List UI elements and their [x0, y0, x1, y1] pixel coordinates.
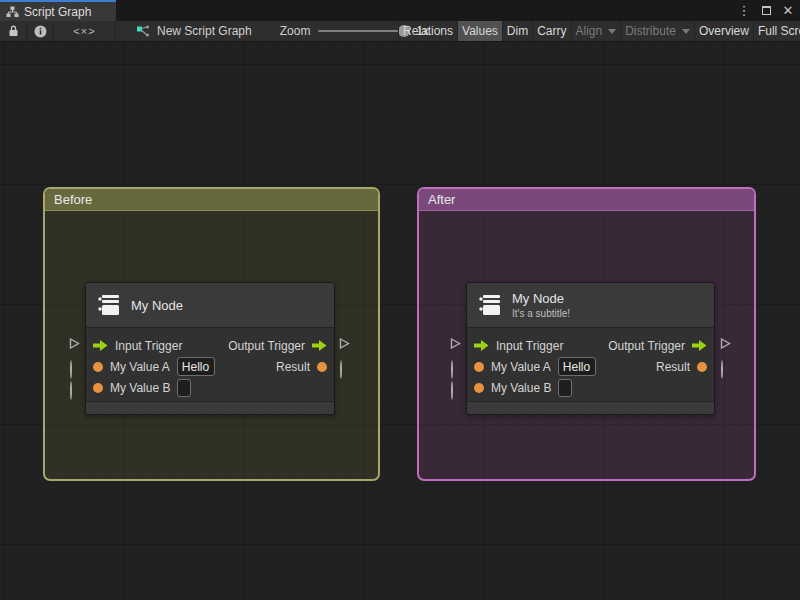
- info-icon[interactable]: [27, 21, 54, 41]
- value-port-icon[interactable]: [474, 362, 484, 372]
- external-value-port[interactable]: [451, 382, 462, 393]
- carry-button[interactable]: Carry: [533, 21, 571, 41]
- external-flow-output-port[interactable]: [720, 338, 731, 349]
- script-graph-window: Script Graph ⋮ ✕ <×>: [0, 0, 800, 600]
- node-title: My Node: [512, 291, 570, 306]
- external-value-port[interactable]: [70, 382, 81, 393]
- external-flow-input-port[interactable]: [450, 338, 461, 349]
- chevron-down-icon: [608, 29, 616, 34]
- node-title: My Node: [131, 298, 183, 313]
- relations-button[interactable]: Relations: [399, 21, 458, 41]
- output-trigger-label: Output Trigger: [608, 339, 685, 353]
- node-before[interactable]: My Node Input Trigger Output Trigger: [85, 282, 335, 415]
- zoom-slider[interactable]: [318, 30, 408, 32]
- value-b-label: My Value B: [110, 381, 170, 395]
- external-value-port[interactable]: [340, 361, 351, 372]
- value-b-input[interactable]: [177, 379, 191, 397]
- window-controls: ⋮ ✕: [736, 0, 796, 21]
- graph-title: New Script Graph: [136, 24, 252, 38]
- chevron-down-icon: [682, 29, 690, 34]
- input-trigger-label: Input Trigger: [496, 339, 563, 353]
- flow-input-icon[interactable]: [474, 340, 489, 351]
- external-flow-output-port[interactable]: [339, 338, 350, 349]
- value-b-label: My Value B: [491, 381, 551, 395]
- fullscreen-button[interactable]: Full Screen: [754, 21, 800, 41]
- value-port-icon[interactable]: [93, 383, 103, 393]
- external-value-port[interactable]: [70, 361, 81, 372]
- node-before-header[interactable]: My Node: [86, 283, 334, 328]
- value-port-icon[interactable]: [317, 362, 327, 372]
- value-a-input[interactable]: [177, 357, 215, 376]
- overview-button[interactable]: Overview: [695, 21, 754, 41]
- value-b-input[interactable]: [558, 379, 572, 397]
- port-row: My Value B: [467, 377, 714, 398]
- kebab-menu-icon[interactable]: ⋮: [736, 3, 752, 19]
- result-label: Result: [656, 360, 690, 374]
- node-after-header[interactable]: My Node It's a subtitle!: [467, 283, 714, 328]
- value-port-icon[interactable]: [697, 362, 707, 372]
- port-row: My Value A Result: [467, 356, 714, 377]
- graph-hierarchy-icon: [6, 6, 19, 18]
- dim-button[interactable]: Dim: [503, 21, 533, 41]
- value-a-input[interactable]: [558, 357, 596, 376]
- port-row: My Value B: [86, 377, 334, 398]
- external-flow-input-port[interactable]: [69, 338, 80, 349]
- maximize-icon[interactable]: [758, 3, 774, 19]
- port-row: My Value A Result: [86, 356, 334, 377]
- value-a-label: My Value A: [491, 360, 551, 374]
- values-button[interactable]: Values: [458, 21, 503, 41]
- unit-icon: [96, 292, 122, 318]
- port-row: Input Trigger Output Trigger: [86, 335, 334, 356]
- graph-canvas[interactable]: Before After: [0, 42, 800, 600]
- align-dropdown[interactable]: Align: [572, 21, 622, 41]
- toolbar-left: <×> New Script Graph Zoom 1x: [0, 21, 429, 41]
- unit-icon: [477, 292, 503, 318]
- tab-bar: Script Graph ⋮ ✕: [0, 0, 800, 21]
- zoom-label: Zoom: [280, 24, 311, 38]
- toolbar-right: Relations Values Dim Carry Align Distrib…: [398, 21, 800, 41]
- code-preview-icon[interactable]: <×>: [54, 21, 116, 41]
- group-before-label: Before: [54, 192, 92, 207]
- value-port-icon[interactable]: [93, 362, 103, 372]
- value-a-label: My Value A: [110, 360, 170, 374]
- graph-toolbar: <×> New Script Graph Zoom 1x: [0, 21, 800, 42]
- lock-icon[interactable]: [0, 21, 27, 41]
- group-after-header[interactable]: After: [419, 189, 754, 211]
- flow-input-icon[interactable]: [93, 340, 108, 351]
- node-before-ports: Input Trigger Output Trigger My Value A …: [86, 328, 334, 398]
- value-port-icon[interactable]: [474, 383, 484, 393]
- node-after[interactable]: My Node It's a subtitle! Input Trigger O…: [466, 282, 715, 415]
- external-value-port[interactable]: [721, 361, 732, 372]
- node-footer: [86, 401, 334, 414]
- group-before-header[interactable]: Before: [45, 189, 378, 211]
- flow-output-icon[interactable]: [312, 340, 327, 351]
- group-after-label: After: [428, 192, 455, 207]
- close-icon[interactable]: ✕: [780, 3, 796, 19]
- result-label: Result: [276, 360, 310, 374]
- flow-output-icon[interactable]: [692, 340, 707, 351]
- output-trigger-label: Output Trigger: [228, 339, 305, 353]
- node-after-ports: Input Trigger Output Trigger My Value A …: [467, 328, 714, 398]
- input-trigger-label: Input Trigger: [115, 339, 182, 353]
- graph-name-label: New Script Graph: [157, 24, 252, 38]
- tab-label: Script Graph: [24, 5, 91, 19]
- tab-script-graph[interactable]: Script Graph: [0, 0, 116, 21]
- node-subtitle: It's a subtitle!: [512, 308, 570, 320]
- distribute-dropdown[interactable]: Distribute: [621, 21, 695, 41]
- new-graph-icon: [136, 25, 150, 38]
- external-value-port[interactable]: [451, 361, 462, 372]
- port-row: Input Trigger Output Trigger: [467, 335, 714, 356]
- node-footer: [467, 401, 714, 414]
